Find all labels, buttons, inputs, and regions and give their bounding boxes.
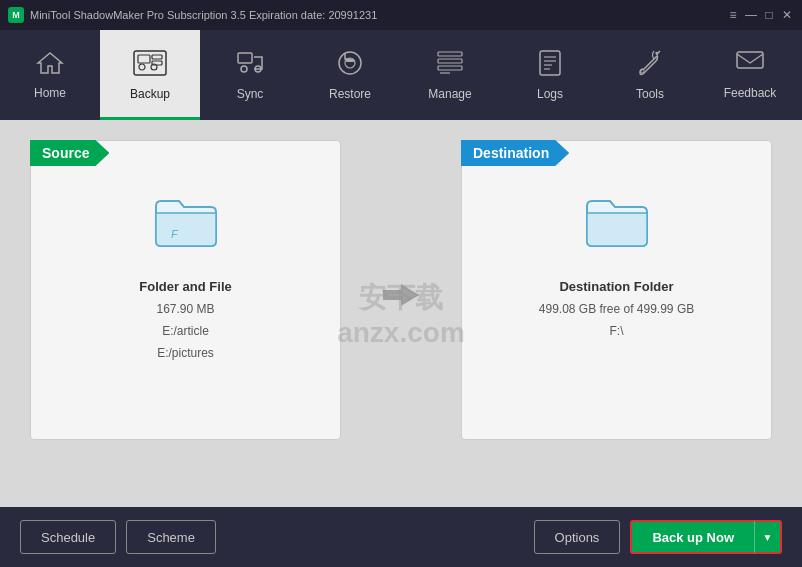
svg-rect-11 (346, 59, 354, 62)
destination-header: Destination (461, 140, 569, 166)
svg-point-4 (139, 64, 145, 70)
backup-now-group: Back up Now ▼ (630, 520, 782, 554)
manage-icon (436, 49, 464, 81)
source-path-1: E:/article (162, 324, 209, 338)
destination-panel[interactable]: Destination Destination Folder 499.08 GB… (461, 140, 772, 440)
backup-icon (132, 49, 168, 81)
svg-rect-1 (138, 55, 150, 63)
destination-path: F:\ (610, 324, 624, 338)
source-body: F Folder and File 167.90 MB E:/article E… (31, 141, 340, 380)
bottom-bar: Schedule Scheme Options Back up Now ▼ (0, 507, 802, 567)
destination-folder-icon (582, 191, 652, 261)
menu-button[interactable]: ≡ (726, 8, 740, 22)
logs-icon (536, 49, 564, 81)
source-title: Folder and File (139, 279, 231, 294)
destination-size: 499.08 GB free of 499.99 GB (539, 302, 694, 316)
svg-rect-14 (438, 66, 462, 70)
destination-title: Destination Folder (559, 279, 673, 294)
nav-manage[interactable]: Manage (400, 30, 500, 120)
schedule-button[interactable]: Schedule (20, 520, 116, 554)
source-panel[interactable]: Source F Folder and File 167.90 MB E:/ar… (30, 140, 341, 440)
svg-rect-6 (238, 53, 252, 63)
svg-point-7 (241, 66, 247, 72)
nav-feedback-label: Feedback (724, 86, 777, 100)
minimize-button[interactable]: — (744, 8, 758, 22)
maximize-button[interactable]: □ (762, 8, 776, 22)
app-title: MiniTool ShadowMaker Pro Subscription 3.… (30, 9, 726, 21)
forward-arrow-icon (381, 280, 421, 317)
destination-body: Destination Folder 499.08 GB free of 499… (462, 141, 771, 358)
scheme-button[interactable]: Scheme (126, 520, 216, 554)
options-button[interactable]: Options (534, 520, 621, 554)
nav-feedback[interactable]: Feedback (700, 30, 800, 120)
source-folder-icon: F (151, 191, 221, 261)
nav-restore[interactable]: Restore (300, 30, 400, 120)
nav-home-label: Home (34, 86, 66, 100)
restore-icon (335, 49, 365, 81)
svg-rect-16 (540, 51, 560, 75)
nav-sync-label: Sync (237, 87, 264, 101)
title-bar: M MiniTool ShadowMaker Pro Subscription … (0, 0, 802, 30)
svg-point-9 (339, 52, 361, 74)
feedback-icon (735, 50, 765, 80)
source-header: Source (30, 140, 109, 166)
close-button[interactable]: ✕ (780, 8, 794, 22)
nav-manage-label: Manage (428, 87, 471, 101)
home-icon (36, 50, 64, 80)
nav-backup[interactable]: Backup (100, 30, 200, 120)
nav-tools[interactable]: Tools (600, 30, 700, 120)
nav-backup-label: Backup (130, 87, 170, 101)
svg-rect-22 (737, 52, 763, 68)
backup-now-dropdown[interactable]: ▼ (754, 520, 782, 554)
svg-rect-13 (438, 59, 462, 63)
main-content: 安下载 anzx.com Source F Folder and File 16… (0, 120, 802, 507)
app-logo: M (8, 7, 24, 23)
nav-logs-label: Logs (537, 87, 563, 101)
nav-restore-label: Restore (329, 87, 371, 101)
backup-now-button[interactable]: Back up Now (630, 520, 754, 554)
arrow-container (381, 280, 421, 317)
nav-tools-label: Tools (636, 87, 664, 101)
svg-rect-2 (152, 55, 162, 59)
tools-icon (636, 49, 664, 81)
nav-sync[interactable]: Sync (200, 30, 300, 120)
nav-home[interactable]: Home (0, 30, 100, 120)
nav-bar: Home Backup Sync (0, 30, 802, 120)
nav-logs[interactable]: Logs (500, 30, 600, 120)
source-path-2: E:/pictures (157, 346, 214, 360)
window-controls: ≡ — □ ✕ (726, 8, 794, 22)
svg-rect-12 (438, 52, 462, 56)
dropdown-arrow-icon: ▼ (763, 532, 773, 543)
source-size: 167.90 MB (156, 302, 214, 316)
sync-icon (236, 49, 264, 81)
